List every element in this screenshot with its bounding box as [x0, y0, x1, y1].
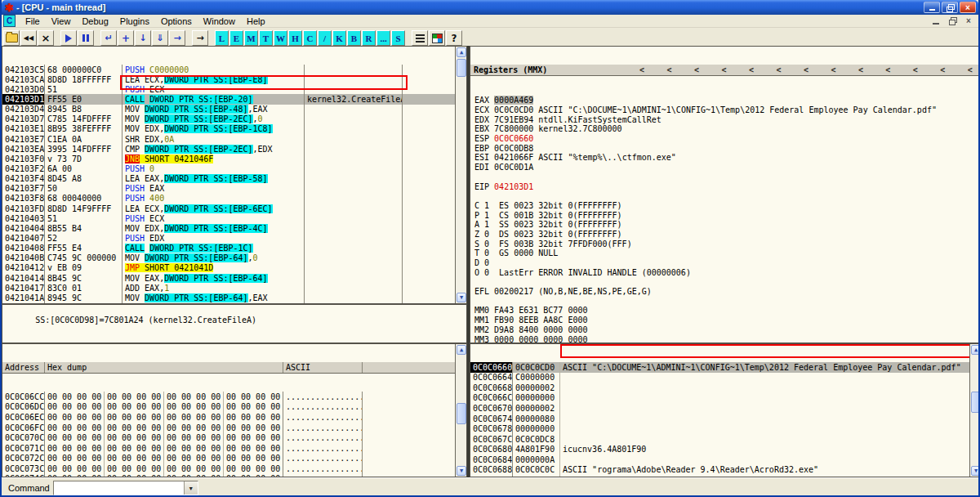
- hexdump-row[interactable]: 0C0C071C00 00 00 0000 00 00 0000 00 00 0…: [2, 443, 455, 454]
- disasm-row[interactable]: 042103C568 000000C0PUSH C0000000: [2, 65, 455, 74]
- minimize-button[interactable]: [924, 2, 940, 13]
- disasm-row[interactable]: 042103FD8D8D 14F9FFFFLEA ECX,DWORD PTR S…: [2, 204, 455, 213]
- disasm-row[interactable]: 042104048B55 B4MOV EDX,DWORD PTR SS:[EBP…: [2, 223, 455, 233]
- chevron-left-icon[interactable]: <: [940, 65, 945, 74]
- flag-line[interactable]: O 0 LastErr ERROR_INVALID_HANDLE (000000…: [470, 267, 980, 277]
- restore-button[interactable]: [942, 2, 958, 13]
- go-to-address-button[interactable]: →: [192, 30, 208, 46]
- chevron-left-icon[interactable]: <: [666, 65, 671, 74]
- hexdump-row[interactable]: 0C0C06EC00 00 00 0000 00 00 0000 00 00 0…: [2, 412, 455, 423]
- blank-line[interactable]: [470, 191, 980, 201]
- disasm-row[interactable]: 042103E18B95 38FEFFFFMOV EDX,DWORD PTR S…: [2, 124, 455, 134]
- disasm-row[interactable]: 0421040752PUSH EDX: [2, 233, 455, 243]
- stack-row[interactable]: 0C0C06880C0C0C0CASCII "rograma\Adobe\Rea…: [470, 464, 969, 475]
- disasm-row[interactable]: 042103CA8D8D 18FFFFFFLEA ECX,DWORD PTR S…: [2, 74, 455, 84]
- menu-plugins[interactable]: Plugins: [114, 16, 155, 26]
- disasm-row[interactable]: 042103F0v 73 7DJNB SHORT 0421046F: [2, 154, 455, 163]
- flag-line[interactable]: T 0 GS 0000 NULL: [470, 248, 980, 258]
- register-line[interactable]: ECX 0C0C0CD0 ASCII "C:\DOCUME~1\ADMINI~1…: [470, 105, 980, 115]
- scroll-thumb[interactable]: [971, 392, 980, 413]
- windows-list-button[interactable]: W: [274, 30, 287, 46]
- stack-row[interactable]: 0C0C06840000000A: [470, 454, 969, 465]
- register-line[interactable]: EDI 0C0C0D1A: [470, 163, 980, 172]
- disasm-row[interactable]: 042103D48945 B8MOV DWORD PTR SS:[EBP-48]…: [2, 105, 455, 114]
- execute-till-return-button[interactable]: →: [169, 30, 185, 46]
- executables-button[interactable]: E: [229, 30, 243, 46]
- chevron-left-icon[interactable]: <: [721, 65, 726, 74]
- disasm-row[interactable]: 042103F26A 00PUSH 0: [2, 163, 455, 173]
- disassembly-scrollbar[interactable]: ▲ ▼: [455, 47, 466, 303]
- disasm-row[interactable]: 042103E7C1EA 0ASHR EDX,0A: [2, 134, 455, 144]
- scroll-thumb[interactable]: [457, 59, 466, 77]
- disasm-row[interactable]: 0421041783C0 01ADD EAX,1: [2, 283, 455, 293]
- stack-row[interactable]: 0C0C067400000080: [470, 414, 969, 424]
- chevron-left-icon[interactable]: <: [968, 65, 973, 74]
- breakpoints-button[interactable]: B: [347, 30, 361, 46]
- log-window-button[interactable]: L: [215, 30, 229, 46]
- disasm-row[interactable]: 042103F48D45 A8LEA EAX,DWORD PTR SS:[EBP…: [2, 174, 455, 184]
- stack-row[interactable]: 0C0C06804A801F90icucnv36.4A801F90: [470, 444, 969, 454]
- register-line[interactable]: EDX 7C91EB94 ntdll.KiFastSystemCallRet: [470, 114, 980, 124]
- disasm-row[interactable]: 042103F750PUSH EAX: [2, 184, 455, 194]
- menu-window[interactable]: Window: [198, 16, 241, 26]
- child-close-button[interactable]: ×: [962, 16, 975, 26]
- chevron-left-icon[interactable]: <: [776, 65, 781, 74]
- animate-into-button[interactable]: ↓: [135, 30, 151, 46]
- cpu-window-button[interactable]: C: [303, 30, 317, 46]
- hexdump-row[interactable]: 0C0C073C00 00 00 0000 00 00 0000 00 00 0…: [2, 463, 455, 474]
- flag-line[interactable]: S 0 FS 003B 32bit 7FFDF000(FFF): [470, 239, 980, 248]
- disasm-row[interactable]: 0421040BC745 9C 000000MOV DWORD PTR SS:[…: [2, 253, 455, 263]
- scroll-down-icon[interactable]: ▼: [457, 293, 466, 302]
- help-button[interactable]: ?: [446, 30, 462, 46]
- close-program-button[interactable]: ×: [38, 30, 54, 46]
- memory-map-button[interactable]: M: [244, 30, 258, 46]
- disasm-row[interactable]: 042103D7C785 14FDFFFFMOV DWORD PTR SS:[E…: [2, 114, 455, 124]
- scroll-up-icon[interactable]: ▲: [457, 345, 466, 355]
- register-line[interactable]: ESI 0421066F ASCII "%temp%\..\ctfmon.exe…: [470, 153, 980, 163]
- stack-row[interactable]: 0C0C067800000000: [470, 423, 969, 434]
- disasm-row[interactable]: 042103D1FF55 E0CALL DWORD PTR SS:[EBP-20…: [2, 94, 455, 104]
- chevron-left-icon[interactable]: <: [913, 65, 918, 74]
- scroll-down-icon[interactable]: ▼: [971, 466, 980, 476]
- child-restore-button[interactable]: [946, 16, 959, 26]
- register-line[interactable]: EBP 0C0C0DB8: [470, 143, 980, 153]
- blank-line[interactable]: [470, 296, 980, 306]
- chevron-left-icon[interactable]: <: [694, 65, 699, 74]
- menu-view[interactable]: View: [46, 16, 77, 26]
- disasm-row[interactable]: 042104148B45 9CMOV EAX,DWORD PTR SS:[EBP…: [2, 273, 455, 283]
- flag-line[interactable]: P 1 CS 001B 32bit 0(FFFFFFFF): [470, 210, 980, 220]
- disasm-row[interactable]: 0421041A8945 9CMOV DWORD PTR SS:[EBP-64]…: [2, 293, 455, 302]
- references-button[interactable]: R: [362, 30, 376, 46]
- scroll-up-icon[interactable]: ▲: [971, 345, 980, 355]
- register-line[interactable]: EBX 7C800000 kernel32.7C800000: [470, 124, 980, 134]
- child-minimize-button[interactable]: [929, 16, 942, 26]
- windows-button[interactable]: [429, 30, 445, 46]
- hexdump-row[interactable]: 0C0C06DC00 00 00 0000 00 00 0000 00 00 0…: [2, 402, 455, 413]
- stack-row[interactable]: 0C0C067000000002: [470, 403, 969, 414]
- step-over-button[interactable]: +: [118, 30, 134, 46]
- blank-line[interactable]: [470, 172, 980, 182]
- stack-row[interactable]: 0C0C066C00000000: [470, 393, 969, 404]
- menu-file[interactable]: File: [20, 16, 46, 26]
- restart-button[interactable]: ◀◀: [20, 30, 37, 46]
- animate-over-button[interactable]: ⇓: [152, 30, 168, 46]
- hexdump-scrollbar[interactable]: ▲ ▼: [455, 344, 466, 477]
- disasm-row[interactable]: 042103EA3995 14FDFFFFCMP DWORD PTR SS:[E…: [2, 144, 455, 154]
- chevron-left-icon[interactable]: <: [885, 65, 890, 74]
- hexdump-pane[interactable]: Address Hex dump ASCII 0C0C06CC00 00 00 …: [2, 343, 467, 477]
- menu-help[interactable]: Help: [241, 16, 271, 26]
- pause-button[interactable]: [78, 30, 94, 46]
- scroll-up-icon[interactable]: ▲: [457, 47, 466, 57]
- mm-register-line[interactable]: MM1 FB90 8EEB AA8C E000: [470, 316, 980, 325]
- hexdump-row[interactable]: 0C0C06CC00 00 00 0000 00 00 0000 00 00 0…: [2, 392, 455, 402]
- appearance-button[interactable]: [412, 30, 428, 46]
- stack-row[interactable]: 0C0C067C0C0C0DC8: [470, 434, 969, 445]
- threads-button[interactable]: T: [259, 30, 273, 46]
- stack-row[interactable]: 0C0C0664C0000000: [470, 373, 969, 383]
- disasm-row[interactable]: 04210412v EB 09JMP SHORT 0421041D: [2, 263, 455, 273]
- disasm-row[interactable]: 042103F868 00040000PUSH 400: [2, 194, 455, 204]
- disasm-row[interactable]: 042103D051PUSH ECX: [2, 84, 455, 94]
- chevron-left-icon[interactable]: <: [749, 65, 754, 74]
- disasm-row[interactable]: 04210408FF55 E4CALL DWORD PTR SS:[EBP-1C…: [2, 244, 455, 253]
- menu-debug[interactable]: Debug: [76, 16, 114, 26]
